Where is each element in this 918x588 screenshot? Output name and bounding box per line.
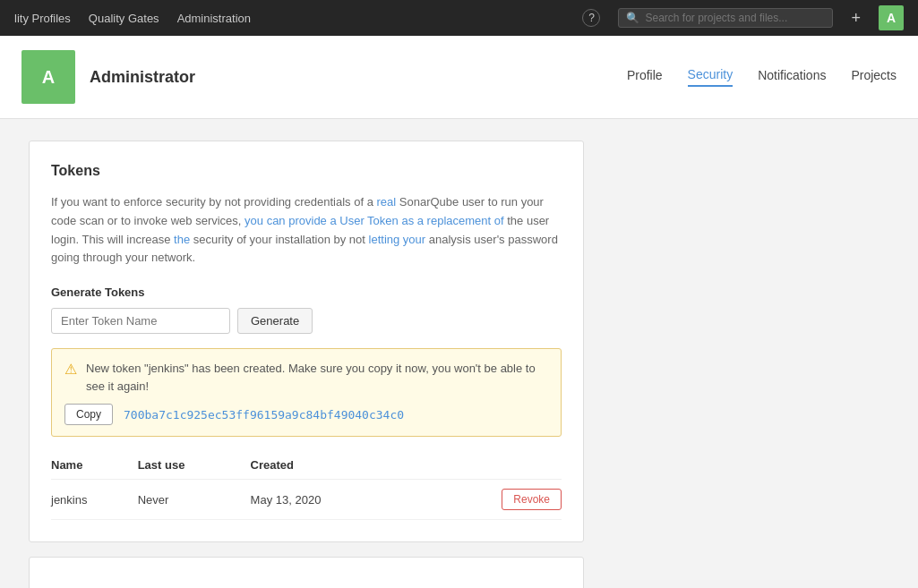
token-description: If you want to enforce security by not p…	[51, 193, 562, 268]
token-table: Name Last use Created jenkins Never May …	[51, 451, 562, 520]
generate-button[interactable]: Generate	[237, 308, 313, 334]
user-avatar[interactable]: A	[879, 5, 904, 30]
row-created: May 13, 2020	[251, 480, 419, 520]
col-created: Created	[251, 451, 419, 480]
profile-avatar-large: A	[21, 50, 75, 104]
token-created-alert: ⚠ New token "jenkins" has been created. …	[51, 348, 562, 437]
col-name: Name	[51, 451, 138, 480]
revoke-button[interactable]: Revoke	[502, 489, 562, 510]
tab-security[interactable]: Security	[688, 67, 734, 87]
top-navbar: lity Profiles Quality Gates Administrati…	[0, 0, 918, 36]
col-last-use: Last use	[138, 451, 251, 480]
profile-name: Administrator	[90, 68, 195, 87]
help-icon: ?	[588, 12, 595, 24]
second-card-partial	[29, 557, 584, 588]
add-button[interactable]: +	[851, 10, 861, 26]
nav-item-quality-profiles[interactable]: lity Profiles	[14, 12, 71, 25]
alert-header: ⚠ New token "jenkins" has been created. …	[64, 360, 548, 395]
nav-item-quality-gates[interactable]: Quality Gates	[89, 12, 159, 25]
row-last-use: Never	[138, 480, 251, 520]
avatar-letter: A	[887, 11, 896, 25]
tab-notifications[interactable]: Notifications	[758, 68, 826, 86]
search-icon: 🔍	[626, 12, 639, 24]
token-name-input[interactable]	[51, 308, 230, 334]
row-revoke-cell: Revoke	[419, 480, 562, 520]
generate-label: Generate Tokens	[51, 285, 562, 299]
row-name: jenkins	[51, 480, 138, 520]
tokens-card: Tokens If you want to enforce security b…	[29, 141, 584, 542]
profile-header: A Administrator Profile Security Notific…	[0, 36, 918, 119]
profile-avatar-letter: A	[42, 67, 55, 88]
main-content: Tokens If you want to enforce security b…	[0, 119, 918, 588]
profile-tabs: Profile Security Notifications Projects	[627, 67, 897, 87]
card-title: Tokens	[51, 163, 562, 179]
generate-row: Generate	[51, 308, 562, 334]
alert-icon: ⚠	[64, 361, 77, 378]
search-box[interactable]: 🔍	[618, 8, 833, 28]
tab-projects[interactable]: Projects	[851, 68, 897, 86]
nav-item-administration[interactable]: Administration	[177, 12, 251, 25]
search-input[interactable]	[645, 12, 825, 24]
alert-text: New token "jenkins" has been created. Ma…	[86, 360, 548, 395]
token-copy-row: Copy 700ba7c1c925ec53ff96159a9c84bf49040…	[64, 404, 548, 425]
tab-profile[interactable]: Profile	[627, 68, 663, 86]
token-value: 700ba7c1c925ec53ff96159a9c84bf49040c34c0	[124, 408, 404, 422]
copy-button[interactable]: Copy	[64, 404, 113, 425]
table-row: jenkins Never May 13, 2020 Revoke	[51, 480, 562, 520]
col-action	[419, 451, 562, 480]
help-button[interactable]: ?	[582, 9, 600, 27]
